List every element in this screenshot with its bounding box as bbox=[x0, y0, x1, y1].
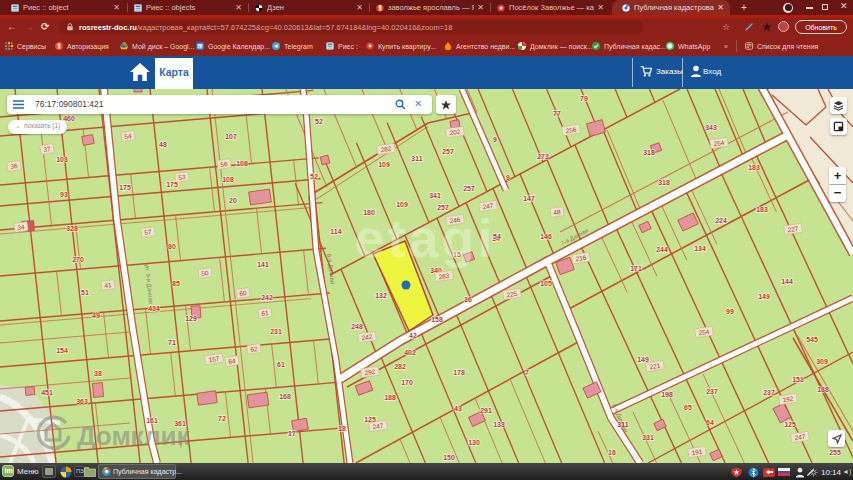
svg-text:99: 99 bbox=[726, 308, 734, 315]
svg-text:61: 61 bbox=[277, 361, 285, 368]
svg-text:244: 244 bbox=[656, 246, 668, 253]
svg-text:149: 149 bbox=[758, 293, 770, 300]
svg-text:257: 257 bbox=[463, 185, 475, 192]
svg-text:53: 53 bbox=[178, 173, 187, 181]
svg-text:41: 41 bbox=[104, 281, 113, 289]
svg-text:255: 255 bbox=[829, 449, 841, 456]
svg-text:248: 248 bbox=[351, 323, 363, 330]
svg-text:etagi: etagi bbox=[354, 208, 495, 268]
svg-text:9: 9 bbox=[493, 136, 497, 143]
svg-text:51: 51 bbox=[81, 289, 89, 296]
svg-text:328: 328 bbox=[66, 225, 78, 232]
svg-text:154: 154 bbox=[56, 347, 68, 354]
svg-text:77: 77 bbox=[553, 110, 561, 117]
svg-text:43: 43 bbox=[454, 405, 462, 412]
svg-text:108: 108 bbox=[222, 176, 234, 183]
svg-text:460: 460 bbox=[63, 115, 75, 122]
svg-text:188: 188 bbox=[384, 394, 396, 401]
svg-text:242: 242 bbox=[261, 294, 273, 301]
svg-text:175: 175 bbox=[119, 184, 131, 191]
svg-text:150: 150 bbox=[443, 454, 455, 461]
svg-text:61: 61 bbox=[261, 309, 270, 317]
svg-text:149: 149 bbox=[637, 356, 649, 363]
svg-text:224: 224 bbox=[715, 217, 727, 224]
svg-text:54: 54 bbox=[124, 132, 133, 140]
svg-text:105: 105 bbox=[540, 280, 552, 287]
svg-text:17: 17 bbox=[288, 430, 296, 437]
svg-text:134: 134 bbox=[694, 245, 706, 252]
svg-text:38: 38 bbox=[94, 370, 102, 377]
svg-text:434: 434 bbox=[148, 305, 160, 312]
svg-text:125: 125 bbox=[364, 416, 376, 423]
svg-text:52: 52 bbox=[310, 173, 318, 180]
svg-text:Домклик: Домклик bbox=[77, 421, 190, 451]
svg-text:183: 183 bbox=[748, 164, 760, 171]
svg-text:133: 133 bbox=[493, 421, 505, 428]
svg-text:31: 31 bbox=[198, 44, 203, 49]
svg-text:80: 80 bbox=[168, 243, 176, 250]
svg-text:16: 16 bbox=[608, 449, 616, 456]
svg-text:79: 79 bbox=[580, 95, 588, 102]
svg-text:147: 147 bbox=[523, 195, 535, 202]
svg-text:311: 311 bbox=[411, 155, 422, 162]
svg-text:62: 62 bbox=[250, 345, 259, 353]
svg-text:178: 178 bbox=[453, 369, 465, 376]
svg-text:132: 132 bbox=[375, 292, 387, 299]
svg-text:50: 50 bbox=[201, 269, 210, 277]
svg-text:129: 129 bbox=[185, 315, 197, 322]
svg-text:183: 183 bbox=[756, 206, 768, 213]
svg-text:363: 363 bbox=[76, 398, 88, 405]
svg-text:49: 49 bbox=[92, 312, 100, 319]
svg-text:141: 141 bbox=[257, 261, 269, 268]
svg-text:237: 237 bbox=[763, 389, 775, 396]
svg-text:343: 343 bbox=[705, 124, 717, 131]
svg-text:151: 151 bbox=[792, 376, 804, 383]
svg-text:231: 231 bbox=[270, 328, 282, 335]
svg-text:188: 188 bbox=[817, 386, 829, 393]
svg-text:318: 318 bbox=[658, 179, 670, 186]
svg-text:402: 402 bbox=[404, 349, 416, 356]
svg-text:168: 168 bbox=[279, 393, 291, 400]
svg-text:36: 36 bbox=[10, 162, 19, 170]
svg-text:64: 64 bbox=[228, 357, 237, 365]
svg-text:130: 130 bbox=[468, 439, 480, 446]
svg-text:237: 237 bbox=[706, 388, 718, 395]
svg-text:18: 18 bbox=[338, 425, 346, 432]
svg-text:42: 42 bbox=[409, 332, 417, 339]
svg-text:257: 257 bbox=[442, 148, 454, 155]
svg-text:114: 114 bbox=[330, 228, 341, 235]
svg-text:85: 85 bbox=[172, 280, 180, 287]
svg-text:144: 144 bbox=[781, 278, 793, 285]
svg-text:109: 109 bbox=[396, 201, 408, 208]
svg-text:331: 331 bbox=[642, 434, 654, 441]
svg-text:291: 291 bbox=[480, 407, 492, 414]
svg-text:545: 545 bbox=[806, 336, 818, 343]
svg-text:109: 109 bbox=[378, 161, 390, 168]
svg-text:175: 175 bbox=[166, 181, 178, 188]
svg-text:158: 158 bbox=[431, 316, 443, 323]
svg-text:93: 93 bbox=[60, 191, 68, 198]
svg-text:103: 103 bbox=[56, 156, 68, 163]
svg-text:270: 270 bbox=[72, 256, 84, 263]
svg-text:7: 7 bbox=[525, 369, 529, 376]
svg-text:57: 57 bbox=[144, 228, 153, 236]
svg-text:9: 9 bbox=[506, 174, 510, 181]
svg-text:107: 107 bbox=[225, 133, 237, 140]
svg-text:341: 341 bbox=[429, 192, 441, 199]
svg-text:451: 451 bbox=[41, 389, 53, 396]
svg-text:72: 72 bbox=[218, 415, 226, 422]
svg-text:108: 108 bbox=[236, 160, 248, 167]
svg-text:34: 34 bbox=[17, 223, 26, 231]
svg-text:125: 125 bbox=[784, 421, 796, 428]
svg-text:52: 52 bbox=[315, 118, 323, 125]
svg-text:56: 56 bbox=[220, 160, 229, 168]
svg-text:318: 318 bbox=[643, 149, 655, 156]
svg-text:146: 146 bbox=[540, 233, 552, 240]
svg-text:37: 37 bbox=[43, 145, 52, 153]
svg-text:36: 36 bbox=[464, 296, 472, 303]
svg-text:282: 282 bbox=[394, 363, 406, 370]
svg-text:48: 48 bbox=[553, 208, 562, 216]
svg-text:171: 171 bbox=[630, 265, 642, 272]
svg-text:71: 71 bbox=[168, 339, 176, 346]
svg-text:309: 309 bbox=[816, 358, 828, 365]
